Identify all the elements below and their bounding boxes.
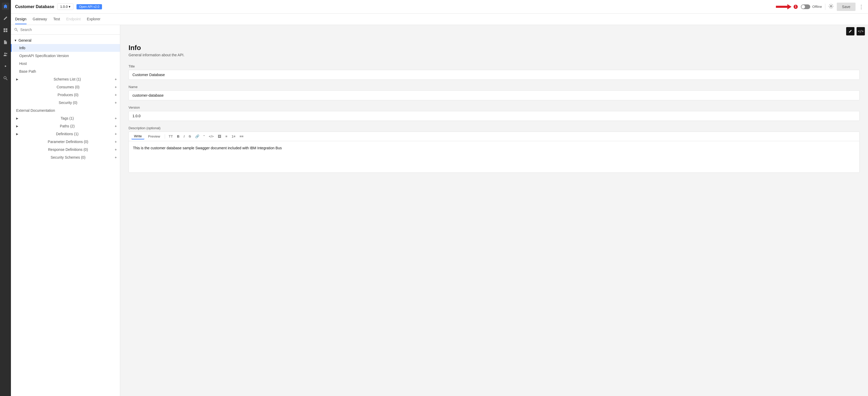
svg-point-6	[5, 65, 6, 67]
title-input[interactable]	[128, 70, 860, 80]
add-scheme-button[interactable]: +	[115, 77, 117, 81]
tab-endpoint: Endpoint	[66, 14, 81, 24]
title-field-group: Title	[128, 64, 860, 80]
tab-gateway[interactable]: Gateway	[33, 14, 47, 24]
version-dropdown[interactable]: 1.0.0 ▾	[57, 3, 73, 10]
nav-settings-icon[interactable]	[2, 62, 9, 70]
search-icon	[14, 28, 18, 32]
editor-unordered-list-button[interactable]: ≡	[224, 134, 229, 139]
add-tags-button[interactable]: +	[115, 116, 117, 120]
editor-code-button[interactable]: </>	[207, 134, 215, 139]
tab-explorer[interactable]: Explorer	[87, 14, 100, 24]
nav-security[interactable]: Security (0) +	[11, 99, 120, 107]
nav-paths[interactable]: ▶ Paths (2) +	[11, 122, 120, 130]
nav-grid-icon[interactable]	[2, 27, 9, 34]
description-editor-content[interactable]: This is the customer database sample Swa…	[129, 141, 860, 172]
svg-rect-0	[4, 28, 5, 30]
editor-indent-button[interactable]: ≡≡	[238, 134, 245, 139]
left-panel: ▼ General Info OpenAPI Specification Ver…	[11, 25, 120, 396]
nav-people-icon[interactable]	[2, 51, 9, 58]
editor-strikethrough-button[interactable]: S	[187, 134, 192, 139]
add-paths-button[interactable]: +	[115, 124, 117, 128]
svg-point-11	[14, 28, 17, 30]
svg-rect-2	[4, 30, 5, 32]
add-security-button[interactable]: +	[115, 101, 117, 105]
api-title: Customer Database	[15, 4, 54, 9]
nav-document-icon[interactable]	[2, 38, 9, 46]
editor-tab-preview[interactable]: Preview	[146, 134, 163, 139]
nav-response-defs[interactable]: Response Definitions (0) +	[11, 146, 120, 153]
right-panel: </> Info General information about the A…	[120, 25, 868, 396]
offline-toggle[interactable]	[801, 4, 810, 9]
tab-test[interactable]: Test	[53, 14, 60, 24]
version-input[interactable]	[128, 111, 860, 121]
version-field-group: Version	[128, 106, 860, 121]
add-security-schemes-button[interactable]: +	[115, 155, 117, 160]
add-consumes-button[interactable]: +	[115, 85, 117, 89]
error-badge: 1	[794, 5, 798, 9]
version-label: Version	[128, 106, 860, 109]
nav-schemes-list[interactable]: ▶ Schemes List (1) +	[11, 75, 120, 83]
editor-image-button[interactable]: 🖼	[216, 134, 223, 139]
right-panel-toolbar: </>	[120, 25, 868, 37]
info-section-title: Info	[128, 44, 860, 52]
svg-rect-3	[6, 30, 7, 32]
search-bar	[11, 25, 120, 35]
name-field-group: Name	[128, 85, 860, 100]
editor-quote-button[interactable]: "	[202, 134, 206, 139]
header: Customer Database 1.0.0 ▾ Open API v2.0 …	[11, 0, 868, 13]
tab-bar: Design Gateway Test Endpoint Explorer	[11, 13, 868, 25]
nav-definitions[interactable]: ▶ Definitions (1) +	[11, 130, 120, 138]
edit-view-button[interactable]	[846, 27, 855, 35]
nav-tree: ▼ General Info OpenAPI Specification Ver…	[11, 35, 120, 396]
info-section-subtitle: General information about the API.	[128, 53, 860, 57]
nav-edit-icon[interactable]	[2, 15, 9, 22]
more-options-button[interactable]: ⋮	[859, 4, 864, 10]
settings-gear-icon[interactable]	[829, 4, 834, 10]
svg-rect-1	[6, 28, 7, 30]
editor-ordered-list-button[interactable]: 1≡	[230, 134, 237, 139]
nav-parameter-defs[interactable]: Parameter Definitions (0) +	[11, 138, 120, 146]
search-input[interactable]	[20, 28, 117, 32]
nav-search-icon[interactable]	[2, 75, 9, 82]
editor-tab-write[interactable]: Write	[131, 133, 145, 139]
red-arrow-icon	[776, 4, 792, 10]
nav-section-general[interactable]: ▼ General	[11, 37, 120, 44]
nav-produces[interactable]: Produces (0) +	[11, 91, 120, 99]
name-input[interactable]	[128, 90, 860, 100]
add-produces-button[interactable]: +	[115, 93, 117, 97]
nav-item-host[interactable]: Host	[11, 60, 120, 67]
error-area: 1	[776, 4, 798, 10]
nav-item-info[interactable]: Info	[11, 44, 120, 52]
openapi-badge: Open API v2.0	[76, 4, 102, 9]
save-button[interactable]: Save	[837, 3, 856, 11]
svg-line-12	[17, 30, 18, 31]
svg-line-8	[6, 79, 7, 80]
offline-toggle-area: Offline	[801, 4, 822, 9]
nav-item-openapi-spec[interactable]: OpenAPI Specification Version	[11, 52, 120, 60]
add-response-defs-button[interactable]: +	[115, 147, 117, 152]
nav-tags[interactable]: ▶ Tags (1) +	[11, 114, 120, 122]
info-content: Info General information about the API. …	[120, 37, 868, 396]
title-label: Title	[128, 64, 860, 68]
editor-toolbar: Write Preview TT B I S 🔗 " </> 🖼 ≡	[129, 132, 860, 141]
nav-consumes[interactable]: Consumes (0) +	[11, 83, 120, 91]
nav-security-schemes[interactable]: Security Schemes (0) +	[11, 153, 120, 161]
tab-design[interactable]: Design	[15, 14, 27, 24]
nav-item-external-docs[interactable]: External Documentation	[11, 107, 120, 114]
nav-home-icon[interactable]	[2, 3, 9, 10]
editor-italic-button[interactable]: I	[182, 134, 186, 139]
svg-point-5	[6, 53, 7, 54]
nav-item-base-path[interactable]: Base Path	[11, 67, 120, 75]
icon-sidebar	[0, 0, 11, 396]
code-view-button[interactable]: </>	[857, 27, 865, 35]
editor-bold-button[interactable]: B	[175, 134, 181, 139]
add-param-defs-button[interactable]: +	[115, 140, 117, 144]
svg-point-4	[4, 53, 6, 54]
svg-point-10	[830, 5, 832, 7]
add-definitions-button[interactable]: +	[115, 132, 117, 136]
editor-tt-button[interactable]: TT	[167, 134, 174, 139]
editor-link-button[interactable]: 🔗	[194, 134, 201, 139]
name-label: Name	[128, 85, 860, 89]
svg-point-7	[4, 77, 6, 79]
